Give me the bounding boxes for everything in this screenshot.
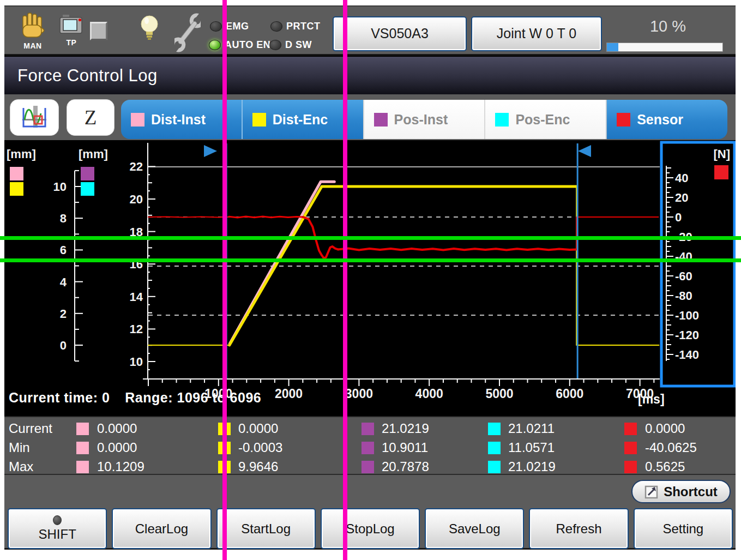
tab-label: Pos-Inst bbox=[394, 112, 448, 128]
cell-value: 10.1209 bbox=[97, 459, 144, 474]
stoplog-button[interactable]: StopLog bbox=[321, 508, 420, 549]
magenta-annotation-line-2 bbox=[343, 0, 347, 560]
wrench-icon bbox=[174, 10, 201, 56]
tab-pos-enc[interactable]: Pos-Enc bbox=[484, 100, 606, 139]
shortcut-label: Shortcut bbox=[664, 484, 718, 499]
tab-label: Dist-Enc bbox=[273, 112, 328, 128]
pos-tick-label: 20 bbox=[130, 192, 143, 206]
cell-color-swatch bbox=[624, 442, 637, 454]
time-tick-label: 3000 bbox=[345, 387, 373, 401]
maintenance-button[interactable] bbox=[174, 10, 201, 58]
robot-select-button[interactable]: VS050A3 bbox=[333, 16, 467, 51]
button-label: StartLog bbox=[241, 521, 291, 537]
axis-series-swatch bbox=[81, 182, 94, 196]
series-color-swatch bbox=[252, 113, 266, 127]
tp-label: TP bbox=[57, 38, 86, 47]
coord-tool-work-button[interactable]: Joint W 0 T 0 bbox=[471, 16, 602, 51]
cell-value: 20.7878 bbox=[382, 459, 429, 474]
stop-square-icon[interactable] bbox=[90, 22, 107, 40]
shortcut-icon bbox=[644, 485, 659, 499]
axis-series-swatch bbox=[10, 167, 23, 180]
cell-value: -40.0625 bbox=[645, 440, 697, 455]
dist-axis-unit: [mm] bbox=[7, 147, 36, 161]
button-label: Setting bbox=[662, 521, 703, 537]
led-indicator-icon bbox=[270, 21, 282, 32]
cell-color-swatch bbox=[488, 442, 501, 454]
series-color-swatch bbox=[131, 113, 144, 127]
led-indicator-icon bbox=[269, 40, 281, 50]
speed-progress-bar bbox=[606, 43, 723, 52]
man-label: MAN bbox=[16, 41, 49, 50]
button-label: ClearLog bbox=[135, 521, 188, 537]
force-log-chart: 1086420[mm]22201816141210[mm]10002000300… bbox=[4, 140, 736, 416]
cell-color-swatch bbox=[76, 461, 89, 473]
cell-value: 0.0000 bbox=[645, 421, 685, 436]
force-tick-label: -80 bbox=[675, 289, 692, 303]
pos-tick-label: 14 bbox=[130, 290, 143, 304]
cell-value: 21.0219 bbox=[508, 459, 556, 474]
led-label: PRTCT bbox=[286, 21, 321, 32]
force-tick-label: -100 bbox=[675, 309, 699, 322]
led-label: AUTO EN bbox=[225, 39, 270, 51]
cell-color-swatch bbox=[362, 461, 374, 473]
pos-tick-label: 22 bbox=[130, 160, 143, 173]
tab-label: Sensor bbox=[637, 112, 683, 128]
button-label: SaveLog bbox=[449, 521, 501, 537]
tab-sensor[interactable]: Sensor bbox=[606, 100, 727, 139]
row-label: Min bbox=[9, 440, 30, 455]
magenta-annotation-line-1 bbox=[222, 0, 227, 560]
setting-button[interactable]: Setting bbox=[634, 508, 733, 549]
time-tick-label: 4000 bbox=[415, 387, 443, 401]
cell-value: -0.0003 bbox=[238, 440, 282, 455]
dist-tick-label: 10 bbox=[53, 180, 67, 194]
time-tick-label: 2000 bbox=[275, 387, 303, 401]
cell-color-swatch bbox=[488, 423, 501, 435]
cell-value: 10.9011 bbox=[382, 440, 428, 455]
green-annotation-line-1 bbox=[0, 236, 741, 240]
table-row: Current0.00000.000021.021921.02110.0000 bbox=[4, 420, 736, 437]
speed-progress-fill bbox=[607, 43, 618, 51]
green-annotation-line-2 bbox=[0, 258, 741, 262]
shortcut-button[interactable]: Shortcut bbox=[631, 480, 731, 503]
top-toolbar: MAN TP bbox=[4, 5, 736, 56]
shift-led-icon bbox=[53, 515, 62, 525]
pos-tick-label: 12 bbox=[130, 322, 143, 336]
led-d-sw: D SW bbox=[269, 39, 312, 51]
force-series-swatch bbox=[714, 165, 728, 179]
teach-pendant-screen: MAN TP bbox=[0, 0, 741, 560]
startlog-button[interactable]: StartLog bbox=[216, 508, 316, 549]
x-axis-unit-label: [ms] bbox=[638, 392, 665, 407]
cell-color-swatch bbox=[362, 442, 374, 454]
cell-value: 0.5625 bbox=[645, 459, 685, 474]
value-table: Current0.00000.000021.021921.02110.0000M… bbox=[4, 416, 736, 474]
force-tick-label: 40 bbox=[675, 171, 688, 185]
cell-value: 0.0000 bbox=[97, 421, 137, 436]
teach-pendant-button[interactable]: TP bbox=[57, 14, 86, 47]
clearlog-button[interactable]: ClearLog bbox=[112, 508, 211, 549]
chart-area: 1086420[mm]22201816141210[mm]10002000300… bbox=[4, 140, 736, 416]
led-label: EMG bbox=[226, 21, 249, 32]
range-start-handle-icon[interactable] bbox=[204, 145, 217, 157]
button-label: SHIFT bbox=[38, 527, 76, 542]
time-tick-label: 6000 bbox=[556, 387, 583, 401]
z-axis-button[interactable]: Z bbox=[67, 99, 115, 136]
dist-tick-label: 8 bbox=[60, 212, 67, 225]
dist-tick-label: 2 bbox=[60, 307, 67, 321]
force-tick-label: -140 bbox=[675, 348, 699, 362]
dist-tick-label: 0 bbox=[60, 339, 67, 352]
waveform-chart-icon bbox=[19, 103, 50, 133]
led-auto-en: AUTO EN bbox=[209, 39, 270, 51]
savelog-button[interactable]: SaveLog bbox=[425, 508, 524, 549]
refresh-button[interactable]: Refresh bbox=[529, 508, 628, 549]
graph-mode-button[interactable] bbox=[10, 99, 59, 136]
shift-button[interactable]: SHIFT bbox=[8, 508, 107, 549]
range-end-handle-icon[interactable] bbox=[578, 145, 591, 157]
pos-axis-unit: [mm] bbox=[79, 147, 108, 161]
current-time-label: Current time: 0 bbox=[9, 390, 110, 405]
manual-mode-button[interactable]: MAN bbox=[16, 12, 49, 50]
cell-value: 21.0219 bbox=[382, 421, 429, 436]
lamp-button[interactable] bbox=[139, 13, 160, 51]
tab-pos-inst[interactable]: Pos-Inst bbox=[363, 100, 485, 139]
led-emg: EMG bbox=[210, 21, 249, 32]
function-button-row: SHIFTClearLogStartLogStopLogSaveLogRefre… bbox=[8, 508, 733, 549]
